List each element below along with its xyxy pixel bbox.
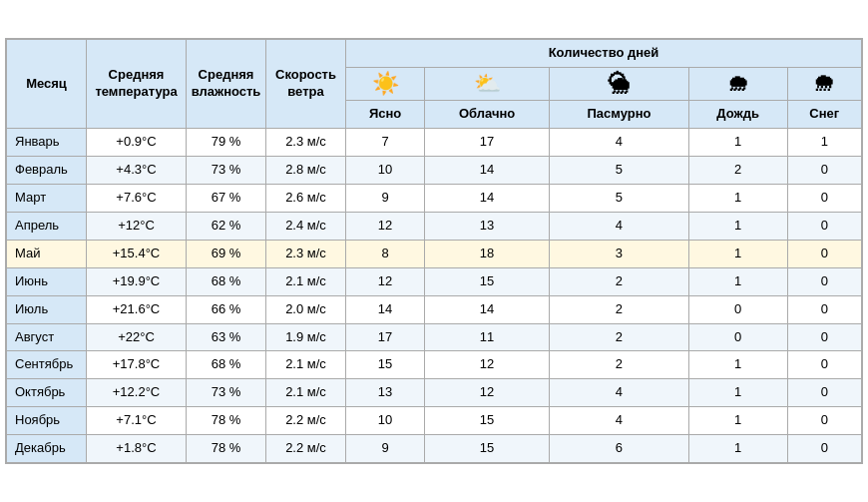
cell-cloudy: 12: [425, 379, 550, 407]
cell-temp: +19.9°C: [87, 267, 187, 295]
cell-temp: +12°C: [87, 213, 187, 241]
cell-rain: 1: [688, 435, 787, 463]
cell-cloudy: 18: [425, 240, 550, 267]
cell-temp: +1.8°C: [87, 435, 187, 463]
cell-temp: +17.8°C: [87, 351, 187, 379]
cell-cloudy: 15: [425, 267, 550, 295]
cell-temp: +21.6°C: [87, 295, 187, 323]
cell-month: Февраль: [7, 157, 87, 185]
weather-table-wrapper: Месяц Средняя температура Средняя влажно…: [5, 38, 863, 464]
cell-rain: 1: [688, 213, 787, 241]
cell-snow: 0: [787, 267, 861, 295]
cell-clear: 9: [346, 435, 425, 463]
cell-temp: +22°C: [87, 323, 187, 351]
cell-wind: 2.1 м/с: [266, 267, 346, 295]
cell-cloudy: 11: [425, 323, 550, 351]
cell-wind: 2.3 м/с: [266, 240, 346, 267]
cell-cloudy: 15: [425, 407, 550, 435]
cell-humidity: 69 %: [187, 240, 266, 267]
cell-overcast: 3: [550, 240, 689, 267]
cell-overcast: 2: [550, 295, 689, 323]
cell-temp: +4.3°C: [87, 157, 187, 185]
cell-clear: 7: [346, 129, 425, 157]
cell-month: Июнь: [7, 267, 87, 295]
cell-clear: 12: [346, 267, 425, 295]
header-rain-icon: 🌧: [688, 67, 787, 101]
cell-temp: +7.1°C: [87, 407, 187, 435]
cell-overcast: 6: [550, 435, 689, 463]
cell-snow: 0: [787, 351, 861, 379]
cell-humidity: 68 %: [187, 267, 266, 295]
cell-overcast: 5: [550, 157, 689, 185]
subheader-rain: Дождь: [688, 101, 787, 129]
cell-wind: 2.0 м/с: [266, 295, 346, 323]
cell-rain: 1: [688, 129, 787, 157]
cell-cloudy: 12: [425, 351, 550, 379]
subheader-clear: Ясно: [346, 101, 425, 129]
cell-wind: 2.8 м/с: [266, 157, 346, 185]
cell-cloudy: 17: [425, 129, 550, 157]
cell-overcast: 4: [550, 213, 689, 241]
header-wind-speed: Скорость ветра: [266, 39, 346, 128]
cell-cloudy: 14: [425, 157, 550, 185]
cell-clear: 8: [346, 240, 425, 267]
cell-overcast: 4: [550, 129, 689, 157]
cell-cloudy: 13: [425, 213, 550, 241]
cell-temp: +12.2°C: [87, 379, 187, 407]
cell-wind: 2.3 м/с: [266, 129, 346, 157]
cell-overcast: 2: [550, 267, 689, 295]
cell-month: Январь: [7, 129, 87, 157]
cell-clear: 10: [346, 157, 425, 185]
cell-month: Апрель: [7, 213, 87, 241]
cell-snow: 0: [787, 213, 861, 241]
cell-rain: 1: [688, 379, 787, 407]
cell-snow: 0: [787, 157, 861, 185]
cell-clear: 14: [346, 295, 425, 323]
cell-rain: 1: [688, 267, 787, 295]
weather-table: Месяц Средняя температура Средняя влажно…: [6, 39, 862, 463]
cell-overcast: 2: [550, 351, 689, 379]
cell-snow: 0: [787, 323, 861, 351]
cell-clear: 17: [346, 323, 425, 351]
cell-overcast: 4: [550, 407, 689, 435]
header-month: Месяц: [7, 39, 87, 128]
cell-month: Март: [7, 185, 87, 213]
subheader-snow: Снег: [787, 101, 861, 129]
cell-humidity: 67 %: [187, 185, 266, 213]
subheader-cloudy: Облачно: [425, 101, 550, 129]
cell-wind: 2.1 м/с: [266, 351, 346, 379]
cell-humidity: 62 %: [187, 213, 266, 241]
cell-wind: 2.2 м/с: [266, 435, 346, 463]
cell-overcast: 5: [550, 185, 689, 213]
cell-rain: 1: [688, 351, 787, 379]
cell-snow: 0: [787, 185, 861, 213]
cell-wind: 2.1 м/с: [266, 379, 346, 407]
cell-humidity: 73 %: [187, 379, 266, 407]
cell-month: Ноябрь: [7, 407, 87, 435]
header-avg-temp: Средняя температура: [87, 39, 187, 128]
cell-wind: 2.6 м/с: [266, 185, 346, 213]
cell-clear: 9: [346, 185, 425, 213]
cell-rain: 0: [688, 295, 787, 323]
cell-humidity: 73 %: [187, 157, 266, 185]
cell-temp: +15.4°C: [87, 240, 187, 267]
cell-humidity: 79 %: [187, 129, 266, 157]
cell-snow: 0: [787, 379, 861, 407]
cell-snow: 0: [787, 407, 861, 435]
cell-month: Октябрь: [7, 379, 87, 407]
header-overcast-icon: 🌦: [550, 67, 689, 101]
header-clear-icon: ☀️: [346, 67, 425, 101]
cell-month: Август: [7, 323, 87, 351]
cell-rain: 0: [688, 323, 787, 351]
cell-month: Май: [7, 240, 87, 267]
header-snow-icon: 🌨: [787, 67, 861, 101]
cell-month: Сентябрь: [7, 351, 87, 379]
cell-clear: 13: [346, 379, 425, 407]
cell-overcast: 4: [550, 379, 689, 407]
cell-month: Декабрь: [7, 435, 87, 463]
cell-rain: 1: [688, 240, 787, 267]
subheader-overcast: Пасмурно: [550, 101, 689, 129]
header-cloudy-icon: ⛅: [425, 67, 550, 101]
cell-cloudy: 14: [425, 185, 550, 213]
cell-wind: 1.9 м/с: [266, 323, 346, 351]
